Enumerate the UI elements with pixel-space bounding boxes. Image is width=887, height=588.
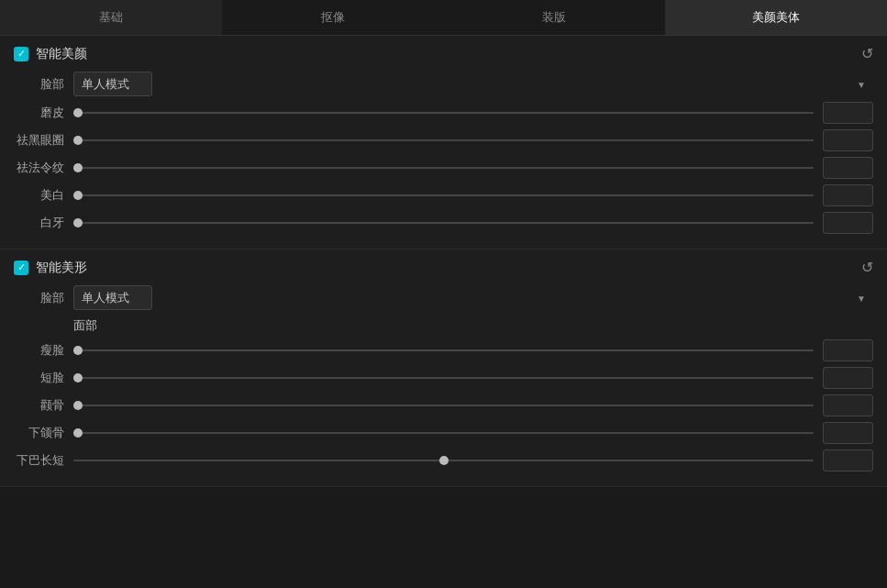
label-qflw: 祛法令纹 bbox=[14, 160, 64, 176]
slider-qhyq[interactable] bbox=[73, 139, 814, 141]
label-baitooth: 白牙 bbox=[14, 215, 64, 231]
num-mopi: ▲ ▼ bbox=[823, 102, 873, 124]
num-qhyq-value[interactable] bbox=[824, 130, 887, 150]
beauty-face-title-text: 智能美颜 bbox=[36, 46, 87, 62]
beauty-face-reset[interactable]: ↺ bbox=[861, 45, 873, 62]
shape-face-mode-wrap: 单人模式 ▼ bbox=[73, 285, 873, 310]
control-row-meibai: 美白 ▲ ▼ bbox=[14, 184, 873, 206]
control-row-baitooth: 白牙 ▲ ▼ bbox=[14, 212, 873, 234]
slider-qflw[interactable] bbox=[73, 167, 814, 169]
label-xiaba: 下巴长短 bbox=[14, 452, 64, 469]
shape-face-dropdown-arrow: ▼ bbox=[857, 293, 866, 303]
slider-meibai-input[interactable] bbox=[73, 194, 814, 196]
tab-portrait[interactable]: 抠像 bbox=[222, 0, 444, 35]
num-xiaba-value[interactable] bbox=[824, 450, 887, 471]
sub-section-face: 面部 bbox=[14, 317, 873, 334]
num-baitooth-value[interactable] bbox=[824, 213, 887, 233]
tab-basic[interactable]: 基础 bbox=[0, 0, 222, 35]
control-row-mopi: 磨皮 ▲ ▼ bbox=[14, 102, 873, 124]
num-meibai: ▲ ▼ bbox=[823, 184, 873, 206]
label-shoulian: 瘦脸 bbox=[14, 342, 64, 359]
num-xiaba: ▲ ▼ bbox=[823, 449, 873, 472]
slider-baitooth-input[interactable] bbox=[73, 222, 814, 224]
num-duanlian: ▲ ▼ bbox=[823, 367, 873, 389]
slider-baitooth[interactable] bbox=[73, 222, 814, 224]
slider-qhyq-input[interactable] bbox=[73, 139, 814, 141]
beauty-shape-title-text: 智能美形 bbox=[36, 260, 87, 276]
tab-bar: 基础 抠像 装版 美颜美体 bbox=[0, 0, 887, 36]
num-shoulian-value[interactable] bbox=[824, 340, 887, 361]
tab-version[interactable]: 装版 bbox=[444, 0, 666, 35]
shape-face-mode-select[interactable]: 单人模式 bbox=[73, 285, 152, 310]
num-qflw-value[interactable] bbox=[824, 158, 887, 178]
slider-meibai[interactable] bbox=[73, 194, 814, 196]
beauty-face-section: 智能美颜 ↺ 脸部 单人模式 ▼ 磨皮 ▲ ▼ bbox=[0, 36, 887, 250]
num-quangu: ▲ ▼ bbox=[823, 394, 873, 416]
beauty-face-mode-row: 脸部 单人模式 ▼ bbox=[14, 72, 873, 96]
slider-quangu[interactable] bbox=[73, 405, 814, 406]
tab-beauty[interactable]: 美颜美体 bbox=[665, 0, 887, 35]
beauty-shape-header: 智能美形 ↺ bbox=[14, 259, 873, 276]
num-shoulian: ▲ ▼ bbox=[823, 339, 873, 361]
label-meibai: 美白 bbox=[14, 187, 64, 204]
num-xiahegu-value[interactable] bbox=[824, 423, 887, 443]
label-duanlian: 短脸 bbox=[14, 370, 64, 386]
num-meibai-value[interactable] bbox=[824, 185, 887, 205]
control-row-xiaba: 下巴长短 ▲ ▼ bbox=[14, 449, 873, 472]
beauty-shape-checkbox[interactable] bbox=[14, 261, 28, 275]
control-row-duanlian: 短脸 ▲ ▼ bbox=[14, 367, 873, 389]
shape-face-label: 脸部 bbox=[14, 290, 64, 306]
control-row-qhyq: 祛黑眼圈 ▲ ▼ bbox=[14, 129, 873, 151]
slider-duanlian-input[interactable] bbox=[73, 377, 814, 379]
slider-quangu-input[interactable] bbox=[73, 405, 814, 406]
num-qflw: ▲ ▼ bbox=[823, 157, 873, 179]
label-qhyq: 祛黑眼圈 bbox=[14, 132, 64, 149]
slider-xiahegu-input[interactable] bbox=[73, 432, 814, 434]
num-quangu-value[interactable] bbox=[824, 395, 887, 416]
slider-mopi-input[interactable] bbox=[73, 112, 814, 114]
control-row-qflw: 祛法令纹 ▲ ▼ bbox=[14, 157, 873, 179]
control-row-shoulian: 瘦脸 ▲ ▼ bbox=[14, 339, 873, 361]
control-row-quangu: 颧骨 ▲ ▼ bbox=[14, 394, 873, 416]
label-xiahegu: 下颌骨 bbox=[14, 425, 64, 441]
face-label: 脸部 bbox=[14, 76, 64, 93]
num-qhyq: ▲ ▼ bbox=[823, 129, 873, 151]
main-content: 智能美颜 ↺ 脸部 单人模式 ▼ 磨皮 ▲ ▼ bbox=[0, 36, 887, 487]
slider-shoulian-input[interactable] bbox=[73, 349, 814, 351]
beauty-shape-section: 智能美形 ↺ 脸部 单人模式 ▼ 面部 瘦脸 ▲ bbox=[0, 250, 887, 487]
beauty-face-title: 智能美颜 bbox=[14, 46, 87, 62]
num-mopi-value[interactable] bbox=[824, 103, 887, 123]
beauty-face-header: 智能美颜 ↺ bbox=[14, 45, 873, 62]
beauty-shape-mode-row: 脸部 单人模式 ▼ bbox=[14, 285, 873, 310]
slider-shoulian[interactable] bbox=[73, 349, 814, 351]
face-mode-dropdown-wrap: 单人模式 ▼ bbox=[73, 72, 873, 96]
num-duanlian-value[interactable] bbox=[824, 368, 887, 388]
num-xiahegu: ▲ ▼ bbox=[823, 422, 873, 444]
face-mode-dropdown-arrow: ▼ bbox=[857, 79, 866, 89]
face-mode-select[interactable]: 单人模式 bbox=[73, 72, 152, 96]
slider-xiaba[interactable] bbox=[73, 460, 814, 461]
control-row-xiahegu: 下颌骨 ▲ ▼ bbox=[14, 422, 873, 444]
beauty-shape-title: 智能美形 bbox=[14, 260, 87, 276]
slider-duanlian[interactable] bbox=[73, 377, 814, 379]
beauty-shape-reset[interactable]: ↺ bbox=[861, 259, 873, 276]
slider-xiahegu[interactable] bbox=[73, 432, 814, 434]
label-mopi: 磨皮 bbox=[14, 105, 64, 121]
slider-mopi[interactable] bbox=[73, 112, 814, 114]
slider-qflw-input[interactable] bbox=[73, 167, 814, 169]
slider-xiaba-input[interactable] bbox=[73, 460, 814, 461]
label-quangu: 颧骨 bbox=[14, 397, 64, 414]
beauty-face-checkbox[interactable] bbox=[14, 47, 28, 61]
num-baitooth: ▲ ▼ bbox=[823, 212, 873, 234]
